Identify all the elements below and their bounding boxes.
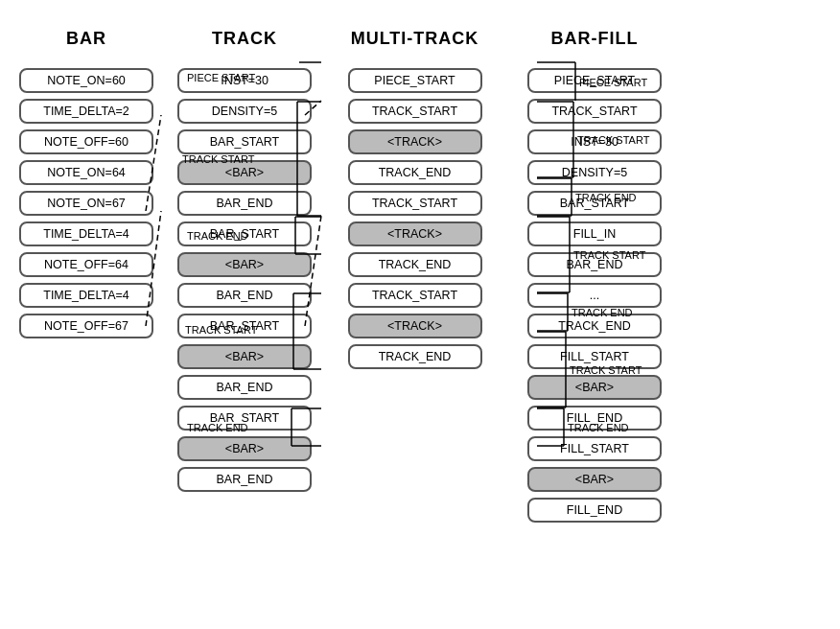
barfill-item: FILL_START [527, 344, 662, 369]
bar-column: BAR NOTE_ON=60 TIME_DELTA=2 NOTE_OFF=60 … [10, 29, 163, 619]
barfill-header: BAR-FILL [551, 29, 639, 49]
barfill-item: BAR_END [527, 252, 662, 277]
track-item: INST=30 [177, 68, 312, 93]
multitrack-item: TRACK_END [348, 160, 482, 185]
bar-header: BAR [66, 29, 106, 49]
multitrack-item: TRACK_END [348, 344, 482, 369]
multitrack-item: TRACK_START [348, 99, 482, 124]
barfill-item: ... [527, 283, 662, 308]
multitrack-item-track: <TRACK> [348, 314, 482, 338]
barfill-item-bar: <BAR> [527, 375, 662, 400]
multitrack-item-track: <TRACK> [348, 129, 482, 154]
track-item: BAR_START [177, 314, 312, 338]
track-header: TRACK [212, 29, 277, 49]
track-item: BAR_END [177, 467, 312, 492]
track-item: BAR_START [177, 221, 312, 246]
barfill-item: FILL_START [527, 436, 662, 461]
barfill-item-bar: <BAR> [527, 467, 662, 492]
track-item: BAR_END [177, 283, 312, 308]
bar-item: NOTE_OFF=60 [19, 129, 153, 154]
multitrack-column: MULTI-TRACK PIECE_START TRACK_START <TRA… [326, 29, 503, 619]
track-column: TRACK INST=30 DENSITY=5 BAR_START <BAR> … [163, 29, 326, 619]
track-item-bar: <BAR> [177, 344, 312, 369]
barfill-item: TRACK_END [527, 314, 662, 338]
track-item: BAR_END [177, 375, 312, 400]
bar-item: NOTE_ON=67 [19, 191, 153, 216]
track-item-bar: <BAR> [177, 160, 312, 185]
bar-item: NOTE_ON=60 [19, 68, 153, 93]
barfill-item: BAR_START [527, 191, 662, 216]
track-item-bar: <BAR> [177, 436, 312, 461]
barfill-item: FILL_END [527, 498, 662, 523]
bar-item: NOTE_ON=64 [19, 160, 153, 185]
track-item: BAR_END [177, 191, 312, 216]
bar-item: TIME_DELTA=2 [19, 99, 153, 124]
barfill-column: BAR-FILL PIECE_START TRACK_START INST=30… [513, 29, 676, 619]
main-container: BAR NOTE_ON=60 TIME_DELTA=2 NOTE_OFF=60 … [0, 0, 840, 629]
multitrack-header: MULTI-TRACK [351, 29, 479, 49]
multitrack-item-track: <TRACK> [348, 221, 482, 246]
barfill-item: INST=30 [527, 129, 662, 154]
barfill-item: FILL_IN [527, 221, 662, 246]
barfill-item: DENSITY=5 [527, 160, 662, 185]
bar-item: NOTE_OFF=64 [19, 252, 153, 277]
barfill-item: PIECE_START [527, 68, 662, 93]
multitrack-item: PIECE_START [348, 68, 482, 93]
track-item: BAR_START [177, 406, 312, 431]
multitrack-item: TRACK_START [348, 283, 482, 308]
multitrack-item: TRACK_END [348, 252, 482, 277]
track-item-bar: <BAR> [177, 252, 312, 277]
track-item: BAR_START [177, 129, 312, 154]
barfill-item: FILL_END [527, 406, 662, 431]
bar-item: NOTE_OFF=67 [19, 314, 153, 338]
bar-item: TIME_DELTA=4 [19, 283, 153, 308]
track-item: DENSITY=5 [177, 99, 312, 124]
barfill-item: TRACK_START [527, 99, 662, 124]
multitrack-item: TRACK_START [348, 191, 482, 216]
bar-item: TIME_DELTA=4 [19, 221, 153, 246]
